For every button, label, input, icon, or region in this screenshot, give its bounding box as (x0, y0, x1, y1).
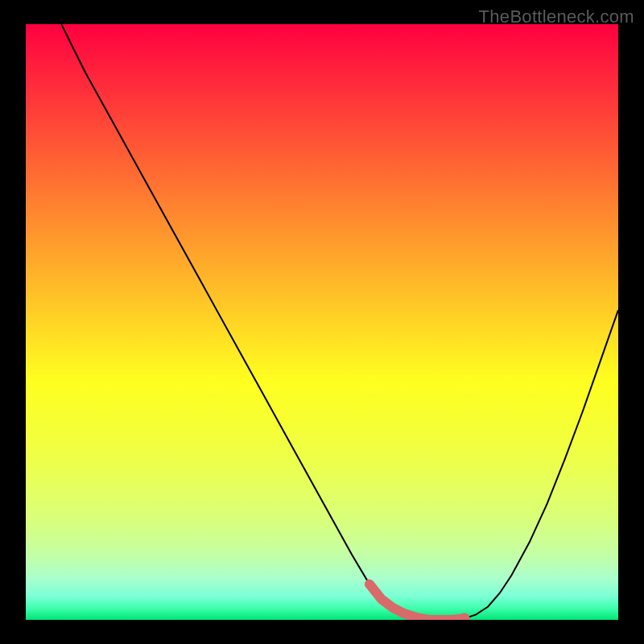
plot-area (26, 24, 618, 620)
bottleneck-curve (61, 24, 618, 620)
optimal-band (369, 584, 470, 620)
chart-frame: TheBottleneck.com (0, 0, 644, 644)
svg-point-0 (459, 613, 470, 620)
watermark-text: TheBottleneck.com (479, 6, 634, 27)
chart-svg (26, 24, 618, 620)
